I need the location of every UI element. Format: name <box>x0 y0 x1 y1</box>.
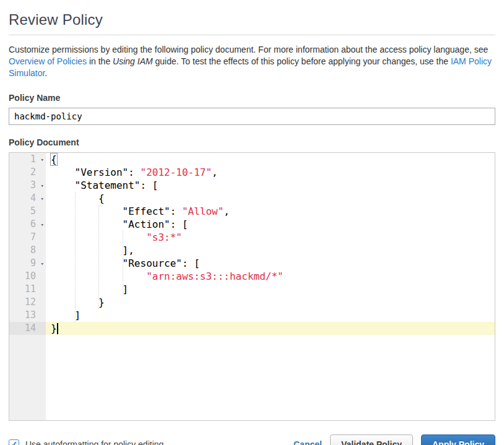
fold-toggle-icon[interactable]: ▾ <box>41 257 44 270</box>
code-line[interactable]: } <box>46 296 495 309</box>
fold-toggle-icon[interactable]: ▾ <box>41 153 44 166</box>
apply-policy-button[interactable]: Apply Policy <box>421 434 495 445</box>
code-line[interactable]: "arn:aws:s3:::hackmd/*" <box>46 270 495 283</box>
json-plain-token: "Statement": [ <box>51 179 158 191</box>
fold-toggle-icon[interactable]: ▾ <box>41 218 44 231</box>
gutter-line-number: 13 <box>9 309 46 322</box>
json-plain-token <box>51 231 146 243</box>
gutter-line-number: 9▾ <box>9 257 46 270</box>
json-plain-token: , <box>212 166 218 178</box>
using-iam-guide-name: Using IAM <box>113 56 153 66</box>
json-string-token: "s3:*" <box>146 231 182 243</box>
code-line[interactable]: { <box>46 192 495 205</box>
editor-gutter: 1▾23▾4▾56▾789▾1011121314 <box>9 153 46 420</box>
code-line[interactable]: "s3:*" <box>46 231 495 244</box>
page-title: Review Policy <box>9 11 495 28</box>
json-plain-token: "Resource": [ <box>51 257 200 269</box>
gutter-line-number: 11 <box>9 283 46 296</box>
intro-paragraph: Customize permissions by editing the fol… <box>9 44 498 79</box>
code-line[interactable]: ] <box>46 283 495 296</box>
footer-actions: Cancel Validate Policy Apply Policy <box>293 434 495 445</box>
json-plain-token: "Version": <box>51 166 141 178</box>
autoformat-option[interactable]: ✓ Use autoformatting for policy editing <box>9 439 163 445</box>
gutter-line-number: 1▾ <box>9 153 46 166</box>
json-string-token: "arn:aws:s3:::hackmd/*" <box>146 270 284 282</box>
cancel-link[interactable]: Cancel <box>293 439 322 445</box>
policy-name-input[interactable] <box>9 108 495 125</box>
footer-bar: ✓ Use autoformatting for policy editing … <box>9 434 495 445</box>
intro-text: guide. To test the effects of this polic… <box>153 56 451 66</box>
json-plain-token: , <box>224 205 230 217</box>
json-plain-token: "Action": [ <box>51 218 188 230</box>
fold-toggle-icon[interactable]: ▾ <box>41 192 44 205</box>
code-line[interactable]: "Action": [ <box>46 218 495 231</box>
code-line[interactable]: "Effect": "Allow", <box>46 205 495 218</box>
matching-bracket-highlight: { <box>50 153 58 166</box>
title-divider <box>9 35 495 35</box>
code-line[interactable]: "Resource": [ <box>46 257 495 270</box>
gutter-line-number: 5 <box>9 205 46 218</box>
gutter-line-number: 4▾ <box>9 192 46 205</box>
code-line[interactable]: } <box>46 322 495 335</box>
intro-text: Customize permissions by editing the fol… <box>9 45 488 54</box>
gutter-line-number: 14 <box>9 322 46 335</box>
gutter-line-number: 7 <box>9 231 46 244</box>
code-line[interactable]: "Version": "2012-10-17", <box>46 166 495 179</box>
intro-text: in the <box>87 56 113 66</box>
gutter-line-number: 10 <box>9 270 46 283</box>
policy-name-label: Policy Name <box>9 93 495 103</box>
json-plain-token: { <box>51 192 105 204</box>
gutter-line-number: 12 <box>9 296 46 309</box>
json-plain-token <box>51 270 146 282</box>
code-line[interactable]: "Statement": [ <box>46 179 495 192</box>
editor-code-area[interactable]: { "Version": "2012-10-17", "Statement": … <box>46 153 495 420</box>
autoformat-checkbox[interactable]: ✓ <box>9 439 19 445</box>
gutter-line-number: 3▾ <box>9 179 46 192</box>
review-policy-page: Review Policy Customize permissions by e… <box>0 0 504 445</box>
code-line[interactable]: ], <box>46 244 495 257</box>
gutter-line-number: 6▾ <box>9 218 46 231</box>
policy-document-editor[interactable]: 1▾23▾4▾56▾789▾1011121314 { "Version": "2… <box>9 152 495 421</box>
json-plain-token: "Effect": <box>51 205 182 217</box>
json-string-token: "2012-10-17" <box>141 166 212 178</box>
json-plain-token: ], <box>51 244 134 256</box>
text-cursor <box>57 323 58 334</box>
policy-document-label: Policy Document <box>9 137 495 147</box>
json-plain-token: } <box>51 322 57 334</box>
code-line[interactable]: ] <box>46 309 495 322</box>
intro-text: . <box>45 68 47 78</box>
fold-toggle-icon[interactable]: ▾ <box>41 179 44 192</box>
json-plain-token: ] <box>51 283 128 295</box>
json-string-token: "Allow" <box>182 205 224 217</box>
json-plain-token: ] <box>51 309 80 321</box>
code-line[interactable]: { <box>46 153 495 166</box>
json-plain-token: } <box>51 296 105 308</box>
gutter-line-number: 8 <box>9 244 46 257</box>
overview-of-policies-link[interactable]: Overview of Policies <box>9 56 87 66</box>
validate-policy-button[interactable]: Validate Policy <box>330 434 413 445</box>
gutter-line-number: 2 <box>9 166 46 179</box>
autoformat-label: Use autoformatting for policy editing <box>25 439 163 445</box>
